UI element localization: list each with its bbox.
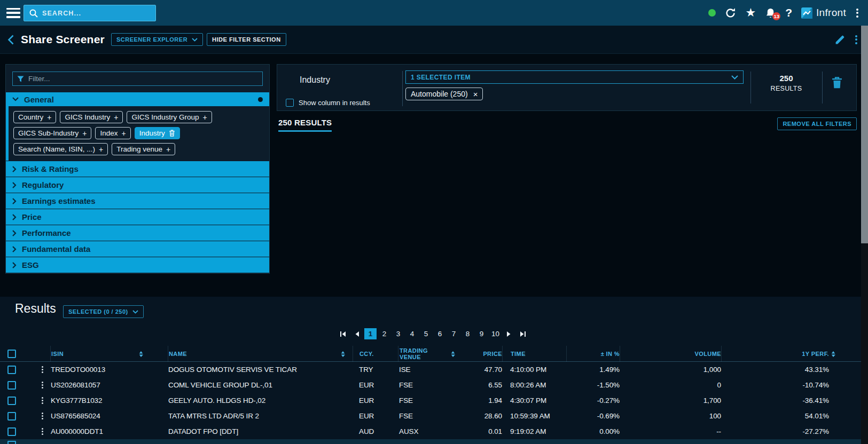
filter-group-risk-ratings[interactable]: Risk & Ratings [6, 161, 269, 177]
notifications-bell-icon[interactable]: 13 [765, 7, 776, 19]
cell-change-percent: -1.50% [566, 377, 620, 393]
page-button-6[interactable]: 6 [434, 328, 446, 339]
row-checkbox[interactable] [7, 412, 16, 421]
chevron-down-icon [731, 75, 738, 80]
refresh-icon[interactable] [725, 7, 736, 19]
column-header-ccy[interactable]: CCY. [353, 346, 398, 362]
industry-filter-card: Industry 1 SELECTED ITEM Automobile (250… [277, 64, 857, 111]
filter-result-count: 250 RESULTS [758, 74, 815, 92]
add-icon: + [82, 129, 87, 138]
chip-gics-industry[interactable]: GICS Industry+ [60, 111, 123, 123]
table-row[interactable]: US8765685024 TATA MTRS LTD ADR/5 IR 2 EU… [0, 408, 861, 424]
row-checkbox[interactable] [7, 427, 16, 436]
column-header-price[interactable]: PRICE [459, 346, 502, 362]
previous-page-icon[interactable] [351, 329, 363, 339]
filter-group-fundamental-data[interactable]: Fundamental data [6, 241, 269, 257]
chip-search-name-isin[interactable]: Search (Name, ISIN, ...)+ [13, 143, 108, 155]
infront-logo[interactable]: Infront [801, 7, 846, 19]
selected-industry-chip[interactable]: Automobile (250) × [405, 88, 483, 100]
chip-index[interactable]: Index+ [95, 127, 130, 139]
partially-visible-table-row[interactable] [0, 439, 861, 444]
row-menu-icon[interactable] [42, 428, 43, 435]
favorites-star-icon[interactable]: ★ [745, 7, 756, 19]
results-count-tab[interactable]: 250 RESULTS [278, 118, 332, 132]
back-chevron-icon[interactable] [7, 35, 14, 45]
row-menu-icon[interactable] [42, 382, 43, 388]
row-checkbox[interactable] [7, 441, 16, 444]
show-column-checkbox[interactable] [286, 99, 294, 107]
chip-country[interactable]: Country+ [13, 111, 56, 123]
filter-group-price[interactable]: Price [6, 209, 269, 225]
column-header-perf-sort[interactable] [829, 346, 861, 362]
chip-gics-sub-industry[interactable]: GICS Sub-Industry+ [13, 127, 91, 139]
filter-input[interactable] [28, 75, 258, 83]
column-header-name[interactable]: NAME [168, 346, 353, 362]
cell-name: TATA MTRS LTD ADR/5 IR 2 [168, 408, 353, 424]
filter-group-performance[interactable]: Performance [6, 225, 269, 241]
table-row[interactable]: KYG3777B1032 GEELY AUTO. HLDGS HD-,02 EU… [0, 393, 861, 408]
screener-explorer-dropdown[interactable]: SCREENER EXPLORER [111, 33, 203, 46]
row-checkbox[interactable] [7, 381, 16, 390]
cell-change-percent: 0.00% [566, 424, 620, 439]
vertical-scrollbar-thumb[interactable] [861, 26, 868, 243]
selected-rows-dropdown[interactable]: SELECTED (0 / 250) [63, 305, 144, 318]
last-page-icon[interactable] [517, 329, 529, 339]
vertical-scrollbar-track[interactable] [861, 26, 868, 444]
chip-trading-venue[interactable]: Trading venue+ [112, 143, 175, 155]
select-all-checkbox[interactable] [7, 350, 16, 358]
cell-volume: 0 [620, 377, 721, 393]
delete-filter-trash-icon[interactable] [832, 77, 842, 89]
column-header-trading-venue[interactable]: TRADING VENUE [398, 346, 459, 362]
column-header-1y-perf[interactable]: 1Y PERF. [721, 346, 829, 362]
column-header-isin[interactable]: ISIN [50, 346, 168, 362]
chevron-right-icon [12, 198, 17, 204]
add-icon: + [122, 129, 126, 138]
chevron-right-icon [12, 262, 17, 268]
filter-group-general[interactable]: General [6, 92, 269, 106]
column-header-change-percent[interactable]: ± IN % [566, 346, 620, 362]
table-row[interactable]: TREDOTO00013 DOGUS OTOMOTIV SERVIS VE TI… [0, 362, 861, 377]
column-header-time[interactable]: TIME [502, 346, 566, 362]
menu-hamburger-icon[interactable] [6, 8, 20, 18]
table-row[interactable]: US2026081057 COML VEHICLE GROUP DL-,01 E… [0, 377, 861, 393]
row-menu-icon[interactable] [42, 397, 43, 404]
page-button-5[interactable]: 5 [420, 328, 432, 339]
chip-gics-industry-group[interactable]: GICS Industry Group+ [127, 111, 212, 123]
filter-group-earnings-estimates[interactable]: Earnings estimates [6, 193, 269, 209]
page-button-3[interactable]: 3 [392, 328, 404, 339]
row-menu-icon[interactable] [42, 413, 43, 419]
add-icon: + [99, 145, 103, 154]
connection-status-dot [708, 9, 716, 17]
help-icon[interactable]: ? [785, 7, 792, 19]
row-checkbox[interactable] [7, 397, 16, 405]
first-page-icon[interactable] [337, 329, 349, 339]
remove-icon[interactable]: × [473, 90, 478, 98]
page-button-10[interactable]: 10 [489, 328, 502, 339]
page-button-9[interactable]: 9 [475, 328, 488, 339]
funnel-icon [17, 76, 24, 82]
row-menu-icon[interactable] [42, 366, 43, 373]
table-row[interactable]: AU000000DDT1 DATADOT FPO [DDT] AUD AUSX … [0, 424, 861, 439]
search-input[interactable] [42, 10, 150, 17]
global-search-box[interactable] [24, 5, 156, 21]
page-button-4[interactable]: 4 [406, 328, 418, 339]
page-overflow-menu-icon[interactable] [854, 34, 858, 45]
page-button-8[interactable]: 8 [462, 328, 474, 339]
chip-industry-active[interactable]: Industry [135, 127, 180, 139]
next-page-icon[interactable] [503, 329, 515, 339]
cell-time: 10:59:39 AM [502, 408, 566, 424]
filter-search-box[interactable] [12, 72, 263, 86]
hide-filter-section-button[interactable]: HIDE FILTER SECTION [207, 33, 286, 46]
edit-pencil-icon[interactable] [834, 34, 846, 45]
industry-selected-dropdown[interactable]: 1 SELECTED ITEM [405, 70, 744, 84]
filter-group-esg[interactable]: ESG [6, 257, 269, 273]
column-header-volume[interactable]: VOLUME [620, 346, 721, 362]
row-checkbox[interactable] [7, 366, 16, 374]
page-button-1[interactable]: 1 [364, 328, 377, 339]
cell-ccy: TRY [353, 362, 398, 377]
page-button-7[interactable]: 7 [448, 328, 460, 339]
remove-all-filters-button[interactable]: REMOVE ALL FILTERS [777, 117, 857, 130]
page-button-2[interactable]: 2 [378, 328, 390, 339]
filter-group-regulatory[interactable]: Regulatory [6, 177, 269, 193]
topbar-overflow-menu-icon[interactable] [855, 7, 859, 19]
